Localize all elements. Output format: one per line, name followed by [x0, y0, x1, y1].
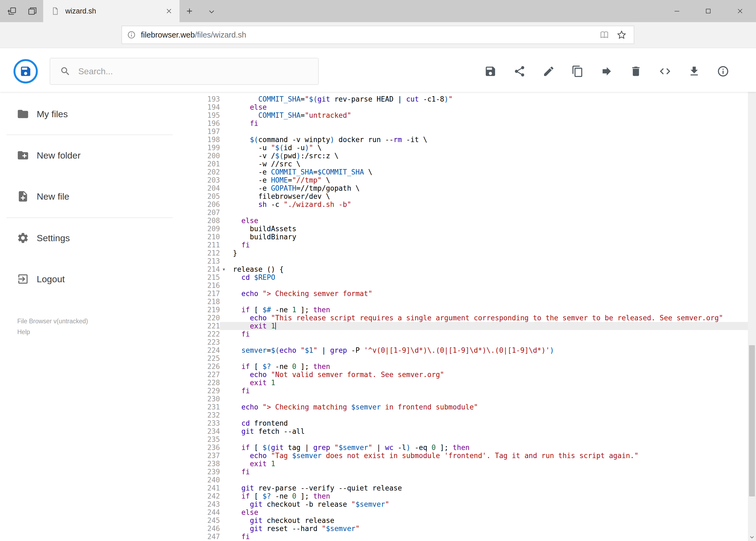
code-line[interactable]: 208 else [200, 217, 748, 225]
code-line[interactable]: 203 -e HOME="//tmp" \ [200, 176, 748, 184]
code-line[interactable]: 194 else [200, 103, 748, 111]
code-line[interactable]: 216 [200, 281, 748, 289]
new-tab-button[interactable] [185, 7, 194, 15]
code-line[interactable]: 205 filebrowser/dev \ [200, 192, 748, 201]
sidebar-item-logout[interactable]: Logout [0, 267, 200, 291]
code-line[interactable]: 219 if [ $# -ne 1 ]; then [200, 306, 748, 314]
share-button[interactable] [513, 65, 526, 78]
code-text: -u "$(id -u)" \ [233, 144, 748, 152]
code-line[interactable]: 245 git checkout release [200, 516, 748, 525]
fold-marker-icon[interactable]: ▾ [220, 265, 233, 273]
tab-strip: wizard.sh [0, 0, 756, 22]
code-text: semver=$(echo "$1" | grep -P '^v(0|[1-9]… [233, 346, 748, 354]
code-line[interactable]: 210 buildBinary [200, 233, 748, 241]
code-line[interactable]: 234 git fetch --all [200, 427, 748, 435]
code-line[interactable]: 225 [200, 354, 748, 362]
code-line[interactable]: 207 [200, 209, 748, 217]
copy-button[interactable] [571, 65, 584, 78]
code-line[interactable]: 231 echo "> Checking matching $semver in… [200, 403, 748, 411]
code-line[interactable]: 211 fi [200, 241, 748, 249]
code-line[interactable]: 243 git checkout -b release "$semver" [200, 500, 748, 508]
filebrowser-logo[interactable] [14, 59, 38, 84]
move-button[interactable] [601, 65, 613, 78]
code-line[interactable]: 237 echo "Tag $semver does not exist in … [200, 452, 748, 460]
tab-close-icon[interactable] [165, 7, 173, 15]
code-line[interactable]: 238 exit 1 [200, 460, 748, 468]
code-line[interactable]: 241 git rev-parse --verify --quiet relea… [200, 484, 748, 492]
code-line[interactable]: 240 [200, 476, 748, 484]
code-line[interactable]: 202 -e COMMIT_SHA=$COMMIT_SHA \ [200, 168, 748, 176]
code-line[interactable]: 214▾release () { [200, 265, 748, 273]
code-line[interactable]: 246 git reset --hard "$semver" [200, 525, 748, 533]
line-number: 228 [200, 379, 220, 387]
window-maximize-button[interactable] [692, 0, 724, 22]
tabs-you-set-aside-icon[interactable] [28, 6, 37, 16]
code-text: exit 1 [233, 379, 748, 387]
browser-tab[interactable]: wizard.sh [43, 0, 179, 22]
code-line[interactable]: 195 COMMIT_SHA="untracked" [200, 111, 748, 119]
code-line[interactable]: 220 echo "This release script requires a… [200, 314, 748, 322]
code-line[interactable]: 213 [200, 257, 748, 265]
code-line[interactable]: 224 semver=$(echo "$1" | grep -P '^v(0|[… [200, 346, 748, 354]
delete-button[interactable] [630, 65, 642, 78]
code-line[interactable]: 209 buildAssets [200, 225, 748, 233]
code-line[interactable]: 196 fi [200, 119, 748, 128]
search-input[interactable] [78, 66, 306, 77]
code-line[interactable]: 239 fi [200, 468, 748, 476]
code-line[interactable]: 215 cd $REPO [200, 273, 748, 281]
code-line[interactable]: 217 echo "> Checking semver format" [200, 289, 748, 297]
tab-list-chevron-icon[interactable] [208, 8, 215, 15]
code-line[interactable]: 233 cd frontend [200, 419, 748, 427]
code-line[interactable]: 193 COMMIT_SHA="$(git rev-parse HEAD | c… [200, 95, 748, 103]
code-line[interactable]: 198 $(command -v winpty) docker run --rm… [200, 136, 748, 144]
fold-gutter [220, 443, 233, 452]
code-text: } [233, 249, 748, 257]
address-bar[interactable]: filebrowser.web/files/wizard.sh [122, 26, 634, 44]
code-text [233, 476, 748, 484]
page-scrollbar[interactable] [748, 48, 756, 541]
code-line[interactable]: 222 fi [200, 330, 748, 338]
code-line[interactable]: 201 -w //src \ [200, 160, 748, 168]
window-close-button[interactable] [724, 0, 756, 22]
sidebar-item-settings[interactable]: Settings [0, 226, 200, 250]
window-minimize-button[interactable] [661, 0, 692, 22]
code-line[interactable]: 204 -e GOPATH=//tmp/gopath \ [200, 184, 748, 192]
code-line[interactable]: 229 fi [200, 387, 748, 395]
scrollbar-thumb[interactable] [749, 345, 755, 496]
search-box[interactable] [50, 58, 319, 85]
code-line[interactable]: 228 exit 1 [200, 379, 748, 387]
code-line[interactable]: 230 [200, 395, 748, 403]
code-line[interactable]: 235 [200, 435, 748, 443]
code-text: echo "Not valid semver format. See semve… [233, 370, 748, 379]
code-line[interactable]: 244 else [200, 508, 748, 516]
code-line[interactable]: 206 sh -c "./wizard.sh -b" [200, 201, 748, 209]
help-link[interactable]: Help [17, 328, 30, 336]
info-button[interactable] [717, 65, 729, 78]
code-line[interactable]: 212} [200, 249, 748, 257]
code-line-active[interactable]: 221 exit 1 [200, 322, 748, 330]
rename-button[interactable] [543, 65, 555, 78]
code-editor[interactable]: 193 COMMIT_SHA="$(git rev-parse HEAD | c… [200, 92, 748, 541]
code-line[interactable]: 199 -u "$(id -u)" \ [200, 144, 748, 152]
reading-view-icon[interactable] [599, 30, 610, 40]
sidebar-item-new-folder[interactable]: New folder [0, 143, 200, 168]
code-line[interactable]: 236 if [ $(git tag | grep "$semver" | wc… [200, 443, 748, 452]
code-line[interactable]: 218 [200, 297, 748, 306]
add-favorite-star-icon[interactable] [617, 30, 627, 40]
site-info-icon[interactable] [127, 30, 136, 39]
download-button[interactable] [688, 65, 700, 78]
code-line[interactable]: 232 [200, 411, 748, 419]
code-line[interactable]: 223 [200, 338, 748, 346]
code-line[interactable]: 200 -v /$(pwd):/src:z \ [200, 152, 748, 160]
raw-code-button[interactable] [659, 65, 671, 78]
code-line[interactable]: 247 fi [200, 533, 748, 541]
sidebar-item-new-file[interactable]: New file [0, 184, 200, 209]
save-button[interactable] [484, 65, 497, 78]
set-tabs-aside-icon[interactable] [7, 6, 17, 16]
code-line[interactable]: 227 echo "Not valid semver format. See s… [200, 370, 748, 379]
sidebar-item-my-files[interactable]: My files [0, 102, 200, 126]
scroll-down-arrow-icon[interactable] [748, 533, 756, 541]
code-line[interactable]: 197 [200, 128, 748, 136]
code-line[interactable]: 242 if [ $? -ne 0 ]; then [200, 492, 748, 500]
code-line[interactable]: 226 if [ $? -ne 0 ]; then [200, 362, 748, 370]
